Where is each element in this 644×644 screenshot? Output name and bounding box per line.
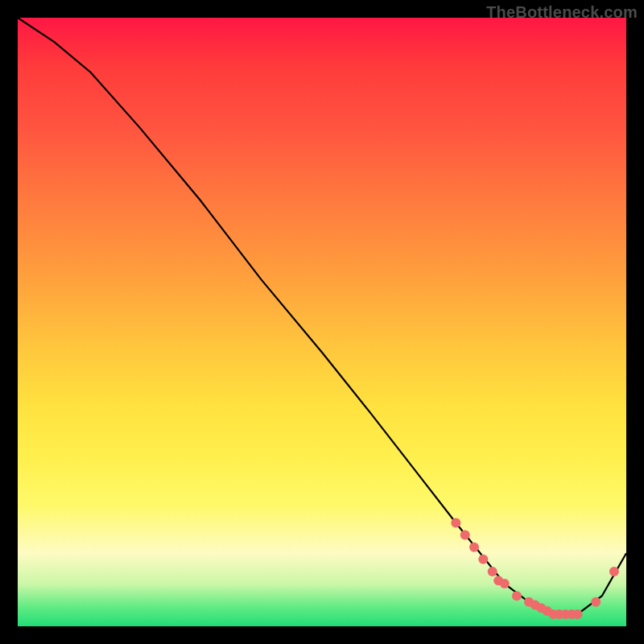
data-point [469,543,479,552]
curve-layer [18,18,626,626]
plot-area [18,18,626,626]
data-point [609,567,619,576]
data-point [573,609,583,619]
bottleneck-curve [18,18,626,614]
data-point [488,567,497,576]
data-point [478,555,488,564]
data-point [591,597,601,607]
marker-group [451,518,619,619]
data-point [460,530,470,540]
data-point [451,518,460,528]
chart-stage: TheBottleneck.com [0,0,644,644]
data-point [512,591,522,601]
data-point [500,579,510,588]
